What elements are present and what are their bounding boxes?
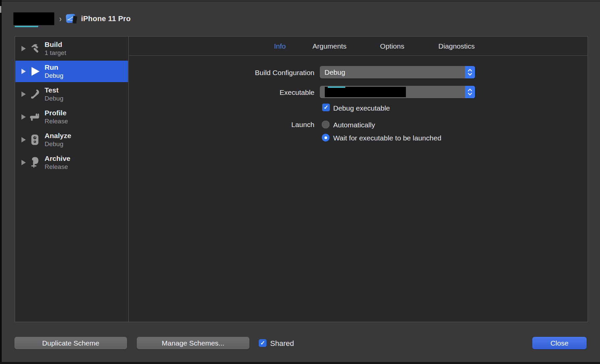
wrench-icon	[28, 88, 41, 101]
sidebar-item-title: Test	[45, 86, 63, 94]
disclosure-triangle-icon[interactable]	[21, 92, 26, 97]
disclosure-triangle-icon[interactable]	[21, 137, 26, 142]
duplicate-scheme-button[interactable]: Duplicate Scheme	[14, 337, 127, 349]
executable-dropdown[interactable]	[320, 86, 475, 98]
sidebar-item-test[interactable]: Test Debug	[15, 83, 128, 105]
chevron-right-icon: ›	[59, 14, 62, 24]
window-left-edge	[0, 0, 2, 364]
scheme-editor-window: › iPhone 11 Pro Build 1 target	[0, 0, 600, 364]
breadcrumb: › iPhone 11 Pro	[13, 10, 131, 27]
hammer-icon	[28, 42, 41, 55]
shared-label: Shared	[270, 339, 294, 348]
launch-automatically-label: Automatically	[333, 121, 375, 129]
redaction-accent	[328, 86, 345, 88]
sidebar-item-subtitle: Debug	[45, 72, 63, 79]
tab-diagnostics[interactable]: Diagnostics	[438, 37, 475, 56]
sidebar-item-build[interactable]: Build 1 target	[15, 38, 128, 59]
sidebar-item-title: Analyze	[45, 132, 71, 140]
sidebar-item-subtitle: Debug	[45, 95, 63, 102]
caliper-icon	[28, 111, 41, 123]
launch-wait-label: Wait for executable to be launched	[333, 134, 441, 142]
disclosure-triangle-icon[interactable]	[21, 46, 26, 51]
play-icon	[28, 65, 41, 78]
debug-executable-checkbox[interactable]: ✓	[322, 104, 330, 111]
scrollbar-thumb[interactable]	[0, 6, 1, 13]
redaction-accent	[15, 26, 38, 27]
stepper-chevrons-icon	[465, 66, 475, 78]
tab-arguments[interactable]: Arguments	[312, 37, 347, 56]
device-selector[interactable]: iPhone 11 Pro	[81, 14, 131, 23]
sidebar-item-subtitle: Release	[45, 163, 70, 171]
detail-tab-bar: Info Arguments Options Diagnostics	[129, 37, 588, 56]
stepper-chevrons-icon	[465, 86, 475, 98]
sidebar-item-title: Archive	[45, 155, 70, 163]
disclosure-triangle-icon[interactable]	[21, 69, 26, 74]
launch-automatically-radio[interactable]	[322, 121, 329, 128]
sidebar-item-title: Profile	[45, 109, 68, 117]
executable-label: Executable	[280, 88, 314, 97]
sidebar-item-subtitle: Debug	[45, 140, 71, 148]
scheme-phase-sidebar: Build 1 target Run Debug	[15, 37, 129, 322]
sidebar-item-profile[interactable]: Profile Release	[15, 106, 128, 128]
build-configuration-value: Debug	[324, 68, 345, 76]
manage-schemes-button[interactable]: Manage Schemes...	[137, 337, 249, 349]
debug-executable-label: Debug executable	[333, 104, 390, 112]
sidebar-item-title: Build	[45, 41, 66, 49]
simulator-icon	[66, 13, 77, 24]
shared-checkbox[interactable]: ✓	[259, 339, 266, 347]
sidebar-item-archive[interactable]: Archive Release	[15, 152, 128, 173]
sidebar-item-subtitle: Release	[45, 118, 68, 125]
sidebar-item-subtitle: 1 target	[45, 49, 66, 57]
tab-info[interactable]: Info	[274, 37, 286, 56]
window-top-edge	[0, 0, 600, 3]
tab-options[interactable]: Options	[380, 37, 404, 56]
scheme-editor-panel: Build 1 target Run Debug	[15, 36, 588, 322]
disclosure-triangle-icon[interactable]	[21, 160, 26, 165]
clamp-icon	[28, 156, 41, 169]
disclosure-triangle-icon[interactable]	[21, 114, 26, 120]
build-configuration-label: Build Configuration	[255, 69, 314, 77]
launch-label: Launch	[291, 121, 314, 129]
build-configuration-dropdown[interactable]: Debug	[320, 66, 475, 78]
window-bottom-edge	[0, 362, 600, 364]
executable-value-redaction	[325, 87, 406, 97]
scheme-detail-pane: Info Arguments Options Diagnostics Build…	[129, 37, 588, 322]
gauge-icon	[28, 133, 41, 146]
launch-wait-radio[interactable]	[322, 134, 329, 141]
sidebar-item-analyze[interactable]: Analyze Debug	[15, 129, 128, 150]
sidebar-item-run[interactable]: Run Debug	[15, 61, 128, 82]
scheme-selector[interactable]	[13, 12, 54, 25]
close-button[interactable]: Close	[532, 337, 587, 349]
sidebar-item-title: Run	[45, 63, 63, 71]
